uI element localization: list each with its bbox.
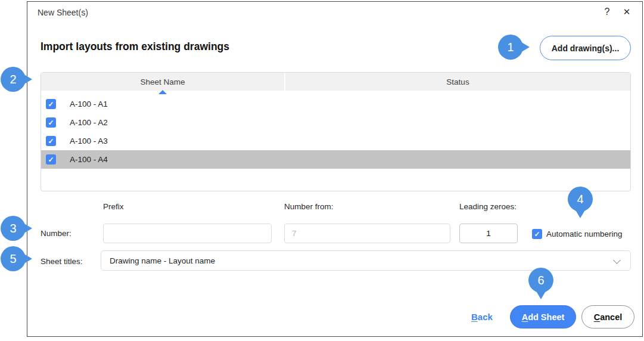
- sheet-titles-dropdown[interactable]: Drawing name - Layout name: [101, 250, 631, 271]
- callout-pin-1: 1: [498, 35, 523, 60]
- titlebar: New Sheet(s) ? ✕: [27, 2, 642, 23]
- column-header-sheet-name[interactable]: Sheet Name: [41, 73, 284, 91]
- close-icon[interactable]: ✕: [619, 7, 634, 17]
- sheet-titles-selected-value: Drawing name - Layout name: [110, 256, 215, 265]
- sheet-name: A-100 - A2: [70, 118, 108, 127]
- column-header-status[interactable]: Status: [285, 73, 630, 91]
- page-title: Import layouts from existing drawings: [41, 41, 229, 53]
- table-row[interactable]: A-100 - A2: [41, 113, 630, 132]
- leading-zeroes-label: Leading zeroes:: [459, 202, 517, 211]
- sheet-table: Sheet Name Status A-100 - A1 A-100 - A2 …: [41, 72, 631, 191]
- callout-pin-4: 4: [568, 187, 593, 212]
- help-icon[interactable]: ?: [601, 7, 614, 17]
- prefix-label: Prefix: [103, 202, 124, 211]
- automatic-numbering-checkbox[interactable]: Automatic numbering: [532, 229, 623, 239]
- checkbox-checked-icon[interactable]: [46, 136, 56, 146]
- table-row[interactable]: A-100 - A1: [41, 95, 630, 113]
- checkbox-checked-icon[interactable]: [46, 99, 56, 109]
- back-button[interactable]: Back: [471, 312, 493, 322]
- add-drawings-button[interactable]: Add drawing(s)...: [540, 36, 631, 60]
- chevron-down-icon: [613, 256, 621, 264]
- callout-pin-2: 2: [1, 67, 26, 92]
- dialog-title: New Sheet(s): [38, 8, 88, 17]
- checkbox-checked-icon[interactable]: [46, 154, 56, 165]
- leading-zeroes-input[interactable]: [459, 224, 518, 243]
- add-sheet-button[interactable]: Add Sheet: [510, 305, 576, 328]
- number-from-label: Number from:: [284, 202, 334, 211]
- prefix-input[interactable]: [103, 224, 272, 243]
- callout-pin-3: 3: [1, 216, 26, 241]
- callout-pin-5: 5: [1, 246, 26, 271]
- sheet-name: A-100 - A3: [70, 137, 108, 145]
- number-row-label: Number:: [41, 229, 71, 238]
- table-row[interactable]: A-100 - A3: [41, 132, 630, 150]
- sheet-name: A-100 - A4: [70, 155, 108, 164]
- sheet-name: A-100 - A1: [70, 100, 108, 108]
- sheet-titles-label: Sheet titles:: [41, 257, 83, 266]
- automatic-numbering-label: Automatic numbering: [546, 230, 623, 238]
- checkbox-checked-icon[interactable]: [46, 117, 56, 128]
- cancel-button[interactable]: Cancel: [581, 305, 634, 328]
- callout-pin-6: 6: [528, 268, 553, 293]
- table-row-selected[interactable]: A-100 - A4: [41, 150, 630, 169]
- number-from-input[interactable]: [284, 224, 450, 243]
- table-body: A-100 - A1 A-100 - A2 A-100 - A3 A-100 -…: [41, 95, 630, 169]
- table-header: Sheet Name Status: [41, 73, 630, 91]
- sort-ascending-icon: [158, 90, 167, 94]
- checkbox-checked-icon[interactable]: [532, 229, 542, 239]
